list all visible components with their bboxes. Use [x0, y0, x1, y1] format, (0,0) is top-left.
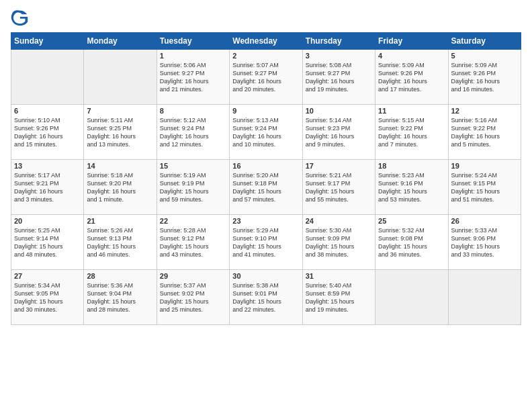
week-row-5: 27Sunrise: 5:34 AM Sunset: 9:05 PM Dayli… [11, 270, 521, 325]
day-number: 30 [232, 272, 299, 280]
calendar-cell: 20Sunrise: 5:25 AM Sunset: 9:14 PM Dayli… [11, 215, 84, 270]
day-number: 31 [306, 272, 372, 280]
day-number: 24 [306, 217, 372, 225]
day-number: 18 [378, 162, 445, 170]
day-number: 10 [306, 107, 372, 115]
col-header-wednesday: Wednesday [230, 33, 302, 50]
day-info: Sunrise: 5:30 AM Sunset: 9:09 PM Dayligh… [306, 226, 372, 259]
calendar-cell: 1Sunrise: 5:06 AM Sunset: 9:27 PM Daylig… [157, 50, 229, 105]
day-number: 29 [160, 272, 226, 280]
day-number: 19 [451, 162, 518, 170]
calendar-cell: 17Sunrise: 5:21 AM Sunset: 9:17 PM Dayli… [302, 160, 375, 215]
day-info: Sunrise: 5:38 AM Sunset: 9:01 PM Dayligh… [232, 281, 299, 314]
day-number: 12 [451, 107, 518, 115]
day-info: Sunrise: 5:10 AM Sunset: 9:26 PM Dayligh… [14, 116, 81, 149]
calendar-cell [11, 50, 84, 105]
calendar-cell: 5Sunrise: 5:09 AM Sunset: 9:26 PM Daylig… [448, 50, 521, 105]
calendar-cell: 6Sunrise: 5:10 AM Sunset: 9:26 PM Daylig… [11, 105, 84, 160]
day-info: Sunrise: 5:32 AM Sunset: 9:08 PM Dayligh… [378, 226, 445, 259]
day-info: Sunrise: 5:18 AM Sunset: 9:20 PM Dayligh… [87, 171, 153, 204]
calendar-cell [375, 270, 448, 325]
calendar-cell: 31Sunrise: 5:40 AM Sunset: 8:59 PM Dayli… [302, 270, 375, 325]
calendar: SundayMondayTuesdayWednesdayThursdayFrid… [11, 32, 521, 325]
calendar-cell: 21Sunrise: 5:26 AM Sunset: 9:13 PM Dayli… [84, 215, 157, 270]
day-number: 13 [14, 162, 81, 170]
day-number: 3 [306, 52, 372, 60]
col-header-friday: Friday [375, 33, 448, 50]
day-number: 20 [14, 217, 81, 225]
day-info: Sunrise: 5:19 AM Sunset: 9:19 PM Dayligh… [160, 171, 226, 204]
day-info: Sunrise: 5:16 AM Sunset: 9:22 PM Dayligh… [451, 116, 518, 149]
day-number: 9 [232, 107, 299, 115]
day-info: Sunrise: 5:09 AM Sunset: 9:26 PM Dayligh… [451, 61, 518, 94]
day-info: Sunrise: 5:29 AM Sunset: 9:10 PM Dayligh… [232, 226, 299, 259]
day-info: Sunrise: 5:25 AM Sunset: 9:14 PM Dayligh… [14, 226, 81, 259]
calendar-cell: 9Sunrise: 5:13 AM Sunset: 9:24 PM Daylig… [230, 105, 302, 160]
day-number: 5 [451, 52, 518, 60]
calendar-cell: 22Sunrise: 5:28 AM Sunset: 9:12 PM Dayli… [157, 215, 229, 270]
calendar-cell: 11Sunrise: 5:15 AM Sunset: 9:22 PM Dayli… [375, 105, 448, 160]
calendar-cell: 25Sunrise: 5:32 AM Sunset: 9:08 PM Dayli… [375, 215, 448, 270]
day-number: 7 [87, 107, 153, 115]
calendar-cell: 10Sunrise: 5:14 AM Sunset: 9:23 PM Dayli… [302, 105, 375, 160]
day-number: 11 [378, 107, 445, 115]
calendar-cell: 7Sunrise: 5:11 AM Sunset: 9:25 PM Daylig… [84, 105, 157, 160]
calendar-cell: 14Sunrise: 5:18 AM Sunset: 9:20 PM Dayli… [84, 160, 157, 215]
day-info: Sunrise: 5:34 AM Sunset: 9:05 PM Dayligh… [14, 281, 81, 314]
calendar-cell: 19Sunrise: 5:24 AM Sunset: 9:15 PM Dayli… [448, 160, 521, 215]
day-info: Sunrise: 5:40 AM Sunset: 8:59 PM Dayligh… [306, 281, 372, 314]
calendar-cell [84, 50, 157, 105]
header [11, 8, 521, 27]
week-row-2: 6Sunrise: 5:10 AM Sunset: 9:26 PM Daylig… [11, 105, 521, 160]
calendar-cell: 12Sunrise: 5:16 AM Sunset: 9:22 PM Dayli… [448, 105, 521, 160]
day-info: Sunrise: 5:17 AM Sunset: 9:21 PM Dayligh… [14, 171, 81, 204]
day-info: Sunrise: 5:15 AM Sunset: 9:22 PM Dayligh… [378, 116, 445, 149]
day-number: 28 [87, 272, 153, 280]
header-row: SundayMondayTuesdayWednesdayThursdayFrid… [11, 33, 521, 50]
day-info: Sunrise: 5:11 AM Sunset: 9:25 PM Dayligh… [87, 116, 153, 149]
calendar-cell: 16Sunrise: 5:20 AM Sunset: 9:18 PM Dayli… [230, 160, 302, 215]
col-header-monday: Monday [84, 33, 157, 50]
calendar-cell: 24Sunrise: 5:30 AM Sunset: 9:09 PM Dayli… [302, 215, 375, 270]
day-number: 14 [87, 162, 153, 170]
logo-icon [11, 8, 30, 27]
calendar-cell: 29Sunrise: 5:37 AM Sunset: 9:02 PM Dayli… [157, 270, 229, 325]
day-info: Sunrise: 5:06 AM Sunset: 9:27 PM Dayligh… [160, 61, 226, 94]
day-info: Sunrise: 5:20 AM Sunset: 9:18 PM Dayligh… [232, 171, 299, 204]
day-number: 27 [14, 272, 81, 280]
day-number: 6 [14, 107, 81, 115]
page: SundayMondayTuesdayWednesdayThursdayFrid… [0, 0, 532, 411]
calendar-cell: 4Sunrise: 5:09 AM Sunset: 9:26 PM Daylig… [375, 50, 448, 105]
day-info: Sunrise: 5:26 AM Sunset: 9:13 PM Dayligh… [87, 226, 153, 259]
day-number: 25 [378, 217, 445, 225]
day-number: 23 [232, 217, 299, 225]
day-info: Sunrise: 5:24 AM Sunset: 9:15 PM Dayligh… [451, 171, 518, 204]
day-info: Sunrise: 5:33 AM Sunset: 9:06 PM Dayligh… [451, 226, 518, 259]
day-number: 22 [160, 217, 226, 225]
col-header-sunday: Sunday [11, 33, 84, 50]
col-header-saturday: Saturday [448, 33, 521, 50]
day-number: 21 [87, 217, 153, 225]
col-header-thursday: Thursday [302, 33, 375, 50]
calendar-cell: 28Sunrise: 5:36 AM Sunset: 9:04 PM Dayli… [84, 270, 157, 325]
calendar-cell: 2Sunrise: 5:07 AM Sunset: 9:27 PM Daylig… [230, 50, 302, 105]
day-info: Sunrise: 5:07 AM Sunset: 9:27 PM Dayligh… [232, 61, 299, 94]
day-number: 2 [232, 52, 299, 60]
calendar-cell: 3Sunrise: 5:08 AM Sunset: 9:27 PM Daylig… [302, 50, 375, 105]
day-info: Sunrise: 5:28 AM Sunset: 9:12 PM Dayligh… [160, 226, 226, 259]
day-number: 16 [232, 162, 299, 170]
day-number: 1 [160, 52, 226, 60]
day-info: Sunrise: 5:14 AM Sunset: 9:23 PM Dayligh… [306, 116, 372, 149]
day-info: Sunrise: 5:09 AM Sunset: 9:26 PM Dayligh… [378, 61, 445, 94]
calendar-cell: 26Sunrise: 5:33 AM Sunset: 9:06 PM Dayli… [448, 215, 521, 270]
calendar-cell [448, 270, 521, 325]
week-row-4: 20Sunrise: 5:25 AM Sunset: 9:14 PM Dayli… [11, 215, 521, 270]
calendar-cell: 13Sunrise: 5:17 AM Sunset: 9:21 PM Dayli… [11, 160, 84, 215]
logo [11, 8, 32, 27]
week-row-3: 13Sunrise: 5:17 AM Sunset: 9:21 PM Dayli… [11, 160, 521, 215]
calendar-cell: 30Sunrise: 5:38 AM Sunset: 9:01 PM Dayli… [230, 270, 302, 325]
day-info: Sunrise: 5:21 AM Sunset: 9:17 PM Dayligh… [306, 171, 372, 204]
day-info: Sunrise: 5:12 AM Sunset: 9:24 PM Dayligh… [160, 116, 226, 149]
day-number: 15 [160, 162, 226, 170]
week-row-1: 1Sunrise: 5:06 AM Sunset: 9:27 PM Daylig… [11, 50, 521, 105]
